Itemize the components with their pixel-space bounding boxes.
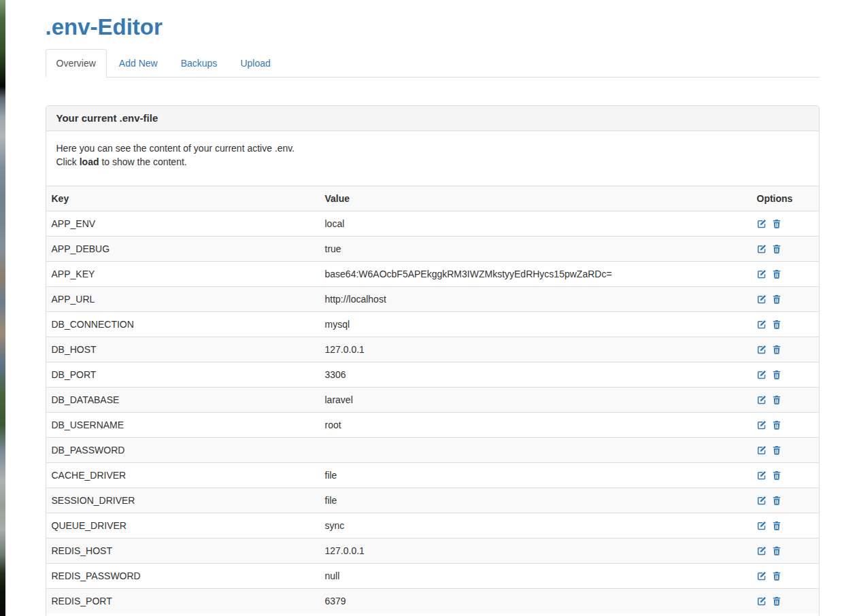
value-cell: mysql — [320, 312, 752, 337]
delete-button[interactable] — [772, 418, 781, 432]
tab-item: Upload — [229, 49, 281, 78]
trash-icon — [772, 520, 781, 531]
value-cell: true — [320, 237, 752, 262]
trash-icon — [772, 243, 781, 254]
options-cell — [752, 211, 819, 237]
value-cell: 127.0.0.1 — [320, 337, 752, 362]
trash-icon — [772, 319, 781, 330]
delete-button[interactable] — [772, 318, 781, 331]
edit-button[interactable] — [757, 418, 767, 432]
trash-icon — [772, 445, 781, 456]
table-row: QUEUE_DRIVER sync — [46, 513, 819, 538]
delete-button[interactable] — [772, 468, 781, 482]
value-cell: local — [320, 211, 752, 237]
delete-button[interactable] — [772, 594, 781, 608]
desktop-wallpaper-edge — [0, 0, 5, 616]
delete-button[interactable] — [772, 343, 781, 356]
edit-icon — [757, 243, 767, 254]
delete-button[interactable] — [772, 443, 781, 457]
tab-upload[interactable]: Upload — [229, 49, 281, 78]
tab-add-new[interactable]: Add New — [108, 49, 169, 78]
table-row: SESSION_DRIVER file — [46, 488, 819, 513]
panel-tail — [46, 613, 819, 616]
table-row: CACHE_DRIVER file — [46, 463, 819, 488]
trash-icon — [772, 218, 781, 229]
edit-button[interactable] — [757, 544, 767, 558]
edit-icon — [757, 545, 767, 556]
key-cell: APP_URL — [46, 287, 320, 312]
delete-button[interactable] — [772, 368, 781, 381]
options-cell — [752, 262, 819, 287]
trash-icon — [772, 269, 781, 279]
value-cell: null — [320, 564, 752, 589]
tab-bar: OverviewAdd NewBackupsUpload — [46, 49, 820, 78]
value-cell: root — [320, 413, 752, 438]
edit-icon — [757, 570, 767, 581]
edit-button[interactable] — [757, 569, 767, 583]
options-cell — [752, 237, 819, 262]
key-cell: DB_HOST — [46, 337, 320, 362]
table-row: DB_DATABASE laravel — [46, 388, 819, 413]
value-cell: sync — [320, 513, 752, 538]
description-line1: Here you can see the content of your cur… — [56, 143, 295, 154]
edit-button[interactable] — [757, 217, 767, 230]
edit-button[interactable] — [757, 343, 767, 356]
options-cell — [752, 388, 819, 413]
options-cell — [752, 589, 819, 614]
options-cell — [752, 488, 819, 513]
delete-button[interactable] — [772, 393, 781, 407]
trash-icon — [772, 369, 781, 380]
edit-button[interactable] — [757, 594, 767, 608]
delete-button[interactable] — [772, 242, 781, 256]
column-header-key: Key — [46, 186, 320, 211]
page-title: .env-Editor — [46, 15, 820, 39]
column-header-options: Options — [752, 186, 819, 211]
delete-button[interactable] — [772, 267, 781, 281]
options-cell — [752, 463, 819, 488]
edit-icon — [757, 420, 767, 430]
edit-button[interactable] — [757, 267, 767, 281]
edit-icon — [757, 520, 767, 531]
table-row: REDIS_PORT 6379 — [46, 589, 819, 614]
edit-icon — [757, 596, 767, 606]
delete-button[interactable] — [772, 519, 781, 532]
table-row: APP_ENV local — [46, 211, 819, 237]
tab-overview[interactable]: Overview — [46, 49, 107, 78]
edit-button[interactable] — [757, 519, 767, 532]
edit-button[interactable] — [757, 468, 767, 482]
edit-button[interactable] — [757, 393, 767, 407]
delete-button[interactable] — [772, 494, 781, 507]
value-cell: 3306 — [320, 362, 752, 388]
value-cell: file — [320, 488, 752, 513]
trash-icon — [772, 344, 781, 355]
tab-backups[interactable]: Backups — [170, 49, 229, 78]
edit-button[interactable] — [757, 368, 767, 381]
tab-item: Overview — [46, 49, 107, 78]
description-load-keyword: load — [80, 156, 99, 167]
edit-button[interactable] — [757, 443, 767, 457]
delete-button[interactable] — [772, 292, 781, 306]
description-line2-suffix: to show the content. — [99, 156, 187, 167]
table-row: DB_PORT 3306 — [46, 362, 819, 388]
edit-button[interactable] — [757, 318, 767, 331]
edit-button[interactable] — [757, 242, 767, 256]
trash-icon — [772, 420, 781, 430]
trash-icon — [772, 545, 781, 556]
trash-icon — [772, 394, 781, 405]
edit-button[interactable] — [757, 494, 767, 507]
current-env-panel: Your current .env-file Here you can see … — [46, 105, 820, 616]
edit-icon — [757, 319, 767, 330]
options-cell — [752, 312, 819, 337]
table-row: DB_HOST 127.0.0.1 — [46, 337, 819, 362]
table-header-row: Key Value Options — [46, 186, 819, 211]
key-cell: SESSION_DRIVER — [46, 488, 320, 513]
value-cell: 127.0.0.1 — [320, 538, 752, 564]
delete-button[interactable] — [772, 544, 781, 558]
delete-button[interactable] — [772, 217, 781, 230]
trash-icon — [772, 294, 781, 305]
edit-icon — [757, 344, 767, 355]
edit-button[interactable] — [757, 292, 767, 306]
key-cell: APP_DEBUG — [46, 237, 320, 262]
delete-button[interactable] — [772, 569, 781, 583]
options-cell — [752, 438, 819, 463]
